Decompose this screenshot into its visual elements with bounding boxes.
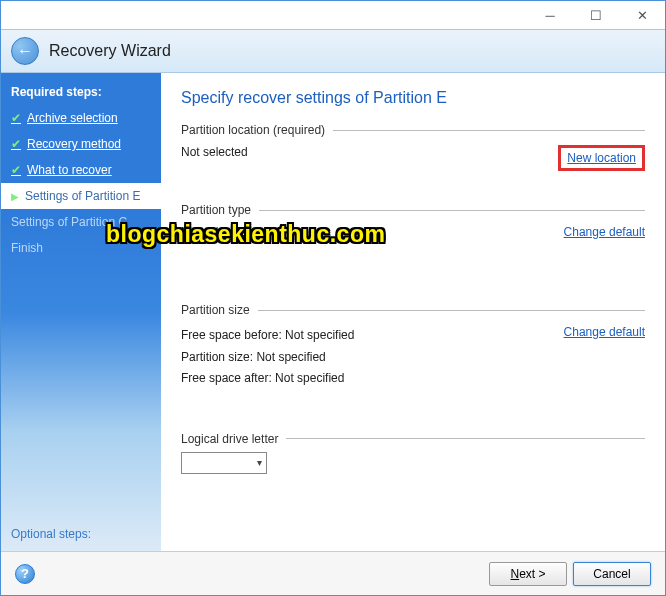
sidebar-step-settings-partition-c[interactable]: Settings of Partition C: [1, 209, 161, 235]
sidebar-step-finish[interactable]: Finish: [1, 235, 161, 261]
section-heading-size: Partition size: [181, 303, 250, 317]
help-icon[interactable]: ?: [15, 564, 35, 584]
sidebar-step-label: Settings of Partition E: [25, 189, 140, 203]
sidebar-step-recovery-method[interactable]: ✔ Recovery method: [1, 131, 161, 157]
free-space-before: Free space before: Not specified: [181, 325, 354, 347]
location-value: Not selected: [181, 145, 248, 159]
change-default-size-link[interactable]: Change default: [564, 325, 645, 339]
page-title: Specify recover settings of Partition E: [181, 89, 645, 107]
partition-size: Partition size: Not specified: [181, 347, 354, 369]
sidebar-optional-heading: Optional steps:: [11, 527, 91, 541]
sidebar-step-what-to-recover[interactable]: ✔ What to recover: [1, 157, 161, 183]
drive-letter-dropdown[interactable]: ▾: [181, 452, 267, 474]
free-space-after: Free space after: Not specified: [181, 368, 354, 390]
wizard-header: ← Recovery Wizard: [1, 29, 665, 73]
section-heading-drive: Logical drive letter: [181, 432, 278, 446]
section-heading-location: Partition location (required): [181, 123, 325, 137]
callout-highlight: New location: [558, 145, 645, 171]
sidebar-step-label: Recovery method: [27, 137, 121, 151]
section-heading-type: Partition type: [181, 203, 251, 217]
divider: [286, 438, 645, 439]
maximize-button[interactable]: ☐: [573, 1, 619, 29]
check-icon: ✔: [11, 163, 21, 177]
back-icon[interactable]: ←: [11, 37, 39, 65]
sidebar: Required steps: ✔ Archive selection ✔ Re…: [1, 73, 161, 551]
divider: [259, 210, 645, 211]
check-icon: ✔: [11, 137, 21, 151]
cancel-button[interactable]: Cancel: [573, 562, 651, 586]
divider: [333, 130, 645, 131]
window-titlebar: ─ ☐ ✕: [1, 1, 665, 29]
sidebar-step-settings-partition-e[interactable]: ▶ Settings of Partition E: [1, 183, 161, 209]
sidebar-step-label: Settings of Partition C: [11, 215, 127, 229]
play-icon: ▶: [11, 191, 19, 202]
change-default-type-link[interactable]: Change default: [564, 225, 645, 239]
sidebar-step-label: Archive selection: [27, 111, 118, 125]
check-icon: ✔: [11, 111, 21, 125]
new-location-link[interactable]: New location: [567, 151, 636, 165]
footer: ? Next > Cancel: [1, 551, 665, 595]
sidebar-step-archive-selection[interactable]: ✔ Archive selection: [1, 105, 161, 131]
minimize-button[interactable]: ─: [527, 1, 573, 29]
chevron-down-icon: ▾: [257, 457, 262, 468]
wizard-title: Recovery Wizard: [49, 42, 171, 60]
type-value: Not selected: [181, 225, 248, 239]
main-content: Specify recover settings of Partition E …: [161, 73, 665, 551]
sidebar-step-label: What to recover: [27, 163, 112, 177]
sidebar-step-label: Finish: [11, 241, 43, 255]
sidebar-heading: Required steps:: [1, 79, 161, 105]
close-button[interactable]: ✕: [619, 1, 665, 29]
next-button[interactable]: Next >: [489, 562, 567, 586]
divider: [258, 310, 645, 311]
